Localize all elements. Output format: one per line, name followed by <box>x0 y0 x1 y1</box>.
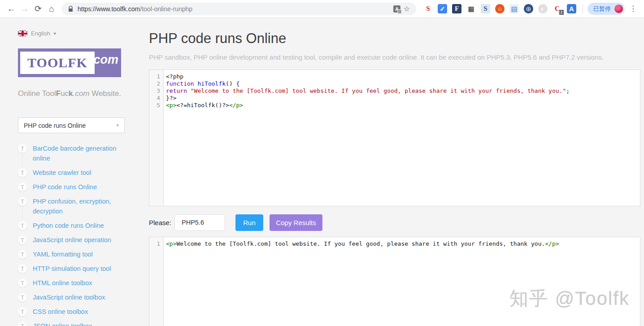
code-text: <?php <box>164 73 183 80</box>
paused-profile-pill[interactable]: 已暂停 <box>587 3 625 15</box>
code-text: <p><?=hiToolfk()?></p> <box>164 102 243 109</box>
bookmark-star-icon[interactable]: ☆ <box>402 4 412 14</box>
c-red-extension-icon[interactable]: C2 <box>553 4 562 13</box>
line-number: 4 <box>149 95 164 102</box>
tagline-part: uc <box>61 89 69 98</box>
sidebar-tool-item: TYAML formatting tool <box>18 249 126 259</box>
sidebar-tool-link[interactable]: Python code runs Online <box>33 221 104 230</box>
forward-icon[interactable]: → <box>18 2 31 16</box>
toolbar-separator <box>583 4 583 13</box>
sidebar-tool-link[interactable]: JSON online toolbox <box>33 321 92 326</box>
clipboard-extension-icon[interactable]: ▤ <box>509 4 519 13</box>
site-tagline: Online ToolFuck.com Website. <box>18 89 121 98</box>
tagline-part: Online Tool <box>18 89 56 98</box>
browser-menu-icon[interactable]: ⋮ <box>629 4 637 13</box>
translate-page-icon[interactable]: A <box>392 4 402 14</box>
logo-suffix: .com <box>90 53 118 67</box>
profile-avatar <box>614 4 623 13</box>
editor-code: 1<?php2function hiToolfk() {3return "Wel… <box>149 70 640 109</box>
lock-icon <box>68 6 73 12</box>
sidebar-tool-link[interactable]: JavaScript online toolbox <box>33 292 105 302</box>
url-text: https://www.toolfk.com/tool-online-runph… <box>78 5 392 13</box>
tool-t-icon: T <box>18 293 27 302</box>
line-number: 2 <box>149 80 164 87</box>
sidebar-tool-link[interactable]: BarCode barcode generation online <box>33 143 126 163</box>
logo-text: TOOLFK <box>27 55 87 70</box>
run-controls: Please: Run Copy Results <box>149 214 322 231</box>
copy-results-button[interactable]: Copy Results <box>270 214 322 231</box>
chevron-down-icon: ▾ <box>116 122 119 128</box>
qrcode-extension-icon[interactable]: ▦ <box>466 4 476 13</box>
sidebar-tool-item: TJSON online toolbox <box>18 321 126 326</box>
site-logo[interactable]: TOOLFK .com <box>18 48 121 77</box>
tool-t-icon: T <box>18 250 27 259</box>
tool-t-icon: T <box>18 221 27 230</box>
php-version-input[interactable] <box>174 214 225 231</box>
sidebar-tool-item: TPython code runs Online <box>18 221 126 230</box>
tool-t-icon: T <box>18 264 27 273</box>
swirl-extension-icon[interactable]: ◐ <box>538 4 548 13</box>
f-letter-extension-icon[interactable]: F <box>452 4 461 13</box>
back-icon[interactable]: ← <box>4 2 18 16</box>
tool-t-icon: T <box>18 168 27 177</box>
tool-t-icon: T <box>18 235 27 244</box>
chevron-down-icon: ▾ <box>54 31 56 36</box>
run-button[interactable]: Run <box>235 214 263 231</box>
tool-select-value: PHP code runs Online <box>24 122 116 129</box>
tool-t-icon: T <box>18 278 27 287</box>
sidebar-tool-link[interactable]: YAML formatting tool <box>33 249 93 259</box>
url-path: /tool-online-runphp <box>140 5 192 13</box>
code-line: 5<p><?=hiToolfk()?></p> <box>149 102 640 109</box>
sidebar-tool-item: TCSS online toolbox <box>18 307 126 317</box>
result-editor[interactable]: 1<p>Welcome to the [Toolfk.com] tool web… <box>149 237 640 326</box>
watermark: 知乎 @Toolfk <box>509 286 630 311</box>
sidebar-tool-item: TPHP confusion, encryption, decryption <box>18 196 126 216</box>
sidebar-tool-link[interactable]: PHP code runs Online <box>33 182 97 192</box>
sidebar-tool-item: TPHP code runs Online <box>18 182 126 192</box>
sidebar-tool-item: THTTP simulation query tool <box>18 264 126 274</box>
code-line: 1<p>Welcome to the [Toolfk.com] tool web… <box>149 240 640 248</box>
sidebar-tool-item: TWebsite crawler tool <box>18 168 126 178</box>
home-icon[interactable]: ⌂ <box>45 2 58 16</box>
tool-t-icon: T <box>18 144 27 153</box>
s-blue-extension-icon[interactable]: S <box>481 4 490 13</box>
sidebar-tool-link[interactable]: Website crawler tool <box>33 168 91 178</box>
globe-extension-icon[interactable]: ⊕ <box>524 4 533 13</box>
line-number: 1 <box>149 240 164 248</box>
tagline-part: .com <box>73 89 90 98</box>
sidebar-tool-link[interactable]: CSS online toolbox <box>33 307 88 317</box>
editor-gutter <box>149 237 164 326</box>
address-bar[interactable]: https://www.toolfk.com/tool-online-runph… <box>62 3 416 15</box>
code-line: 2function hiToolfk() { <box>149 80 640 87</box>
paused-label: 已暂停 <box>593 5 611 13</box>
chart-extension-icon[interactable]: ✓ <box>438 4 447 13</box>
language-selector[interactable]: English ▾ <box>18 30 56 37</box>
translate-extension-icon[interactable]: A <box>567 4 576 13</box>
line-number: 3 <box>149 87 164 95</box>
seo-extension-icon[interactable]: S <box>423 4 433 13</box>
logo-inner-box: TOOLFK <box>20 52 95 74</box>
page-title: PHP code runs Online <box>149 30 286 47</box>
tagline-part: k <box>69 89 73 98</box>
tool-t-icon: T <box>18 307 27 316</box>
reload-icon[interactable]: ⟳ <box>31 2 45 16</box>
browser-toolbar: ← → ⟳ ⌂ https://www.toolfk.com/tool-onli… <box>0 0 644 18</box>
tagline-part: Website. <box>89 89 121 98</box>
code-text: return "Welcome to the [Toolfk.com] tool… <box>164 87 570 95</box>
sidebar-tool-link[interactable]: JavaScript online operation <box>33 235 111 245</box>
sidebar-tool-link[interactable]: HTML online toolbox <box>33 278 92 288</box>
tool-t-icon: T <box>18 183 27 191</box>
orange-circle-extension-icon[interactable]: ○ <box>495 4 505 13</box>
code-editor[interactable]: 1<?php2function hiToolfk() {3return "Wel… <box>149 70 640 206</box>
tool-t-icon: T <box>18 197 27 206</box>
extensions-row: S✓F▦S○▤⊕◐C2A <box>423 4 576 13</box>
code-text: <p>Welcome to the [Toolfk.com] tool webs… <box>164 240 559 248</box>
language-label: English <box>31 30 50 37</box>
sidebar-tool-item: TJavaScript online toolbox <box>18 292 126 302</box>
url-domain: https://www.toolfk.com <box>78 5 140 13</box>
sidebar-tool-link[interactable]: PHP confusion, encryption, decryption <box>33 196 126 216</box>
tool-select-dropdown[interactable]: PHP code runs Online ▾ <box>18 117 125 133</box>
sidebar-tool-link[interactable]: HTTP simulation query tool <box>33 264 111 274</box>
code-text: function hiToolfk() { <box>164 80 239 87</box>
tools-list: TBarCode barcode generation onlineTWebsi… <box>18 143 126 326</box>
